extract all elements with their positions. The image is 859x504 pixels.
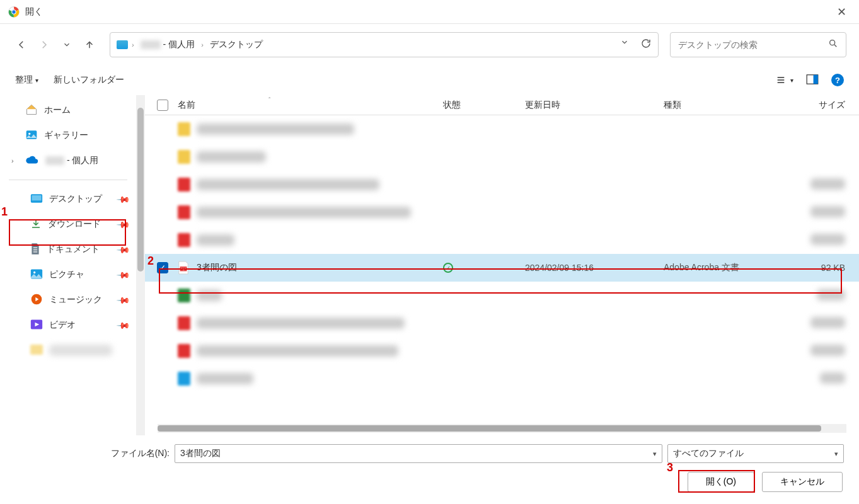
- file-name: 3者間の図: [197, 262, 237, 273]
- list-item[interactable]: [145, 282, 859, 309]
- pin-icon[interactable]: 📌: [116, 292, 130, 307]
- file-size: 92 KB: [783, 263, 853, 273]
- main-area: ホーム ギャラリー › - 個人用 デスクトップ 📌 ダウンロード 📌: [0, 95, 859, 435]
- chevron-down-icon[interactable]: ▾: [834, 450, 838, 458]
- pin-icon[interactable]: 📌: [116, 318, 130, 332]
- list-item[interactable]: [145, 226, 859, 254]
- pin-icon[interactable]: 📌: [116, 242, 130, 256]
- gallery-icon: [25, 129, 38, 143]
- title-bar: 開く ✕: [0, 0, 859, 24]
- list-item[interactable]: [145, 143, 859, 171]
- file-date: 2024/02/09 15:16: [525, 263, 664, 273]
- sidebar-item-gallery[interactable]: ギャラリー: [0, 123, 136, 148]
- open-button[interactable]: 開く(O): [688, 472, 754, 492]
- column-size[interactable]: サイズ: [783, 100, 853, 111]
- up-button[interactable]: [81, 36, 98, 54]
- search-icon[interactable]: [828, 38, 838, 50]
- breadcrumb[interactable]: › - 個人用 › デスクトップ: [110, 32, 659, 57]
- desktop-path-icon: [117, 40, 128, 49]
- file-type: Adobe Acroba 文書: [664, 262, 783, 273]
- help-icon[interactable]: ?: [831, 74, 844, 86]
- sidebar-item-downloads[interactable]: ダウンロード 📌: [0, 212, 136, 237]
- folder-icon: [178, 122, 190, 136]
- list-item[interactable]: [145, 115, 859, 143]
- pdf-icon: [178, 316, 190, 330]
- column-date[interactable]: 更新日時: [525, 100, 664, 111]
- search-input[interactable]: [678, 40, 828, 50]
- annotation-number-3: 3: [667, 461, 673, 474]
- download-icon: [30, 218, 42, 231]
- sidebar-item-videos[interactable]: ビデオ 📌: [0, 312, 136, 338]
- row-checkbox[interactable]: ✓: [157, 262, 168, 273]
- chrome-icon: [8, 6, 20, 18]
- annotation-number-1: 1: [1, 205, 8, 219]
- list-item[interactable]: [145, 309, 859, 337]
- column-type[interactable]: 種類: [664, 100, 783, 111]
- chevron-right-icon[interactable]: ›: [11, 157, 14, 164]
- nav-row: › - 個人用 › デスクトップ: [0, 24, 859, 65]
- breadcrumb-user[interactable]: - 個人用: [138, 38, 197, 52]
- back-button[interactable]: [13, 36, 30, 54]
- svg-point-8: [28, 132, 30, 134]
- cancel-button[interactable]: キャンセル: [762, 472, 843, 492]
- svg-point-4: [830, 40, 835, 45]
- pictures-icon: [30, 268, 43, 282]
- close-icon[interactable]: ✕: [832, 3, 851, 21]
- list-item[interactable]: [145, 171, 859, 198]
- document-icon: [30, 243, 40, 257]
- refresh-icon[interactable]: [640, 38, 652, 51]
- chevron-right-icon: ›: [201, 41, 204, 49]
- filetype-filter[interactable]: すべてのファイル ▾: [667, 444, 844, 463]
- sidebar-item-home[interactable]: ホーム: [0, 98, 136, 123]
- pin-icon[interactable]: 📌: [116, 217, 130, 231]
- window-title: 開く: [25, 6, 43, 18]
- toolbar: 整理 ▾ 新しいフォルダー ▾ ?: [0, 65, 859, 95]
- new-folder-button[interactable]: 新しいフォルダー: [54, 74, 124, 86]
- column-name[interactable]: 名前ˆ: [174, 100, 443, 111]
- svg-text:PDF: PDF: [181, 268, 187, 271]
- list-header: 名前ˆ 状態 更新日時 種類 サイズ: [145, 95, 859, 115]
- file-list: 名前ˆ 状態 更新日時 種類 サイズ: [145, 95, 859, 435]
- chevron-down-icon[interactable]: ▾: [653, 450, 657, 458]
- chevron-right-icon: ›: [132, 41, 134, 49]
- pin-icon[interactable]: 📌: [116, 192, 130, 206]
- pin-icon[interactable]: 📌: [116, 267, 130, 282]
- column-state[interactable]: 状態: [443, 100, 525, 111]
- file-icon: [178, 372, 190, 386]
- video-icon: [30, 319, 43, 332]
- sidebar-item-music[interactable]: ミュージック 📌: [0, 287, 136, 312]
- onedrive-icon: [25, 155, 39, 167]
- view-mode-button[interactable]: ▾: [775, 75, 793, 85]
- svg-point-3: [12, 10, 15, 13]
- horizontal-scrollbar[interactable]: [158, 424, 846, 433]
- list-item[interactable]: [145, 198, 859, 226]
- sidebar: ホーム ギャラリー › - 個人用 デスクトップ 📌 ダウンロード 📌: [0, 95, 145, 435]
- annotation-number-2: 2: [147, 255, 154, 268]
- list-item[interactable]: [145, 337, 859, 365]
- search-box[interactable]: [670, 32, 846, 57]
- footer: ファイル名(N): 3者間の図 ▾ すべてのファイル ▾ 開く(O) キャンセル: [0, 435, 859, 504]
- synced-icon: ✓: [443, 263, 453, 273]
- sidebar-item-onedrive[interactable]: › - 個人用: [0, 148, 136, 173]
- sidebar-item-desktop[interactable]: デスクトップ 📌: [0, 186, 136, 212]
- filename-combo[interactable]: 3者間の図 ▾: [175, 444, 662, 463]
- pdf-icon: [178, 205, 190, 219]
- forward-button[interactable]: [35, 36, 53, 54]
- sidebar-scrollbar[interactable]: [136, 95, 145, 435]
- breadcrumb-dropdown-icon[interactable]: [620, 38, 629, 51]
- select-all-checkbox[interactable]: [157, 100, 168, 111]
- pdf-icon: [178, 233, 190, 247]
- sidebar-item-pictures[interactable]: ピクチャ 📌: [0, 262, 136, 287]
- breadcrumb-current[interactable]: デスクトップ: [207, 38, 265, 52]
- preview-pane-icon[interactable]: [806, 74, 819, 86]
- list-item-selected[interactable]: ✓ PDF 3者間の図 ✓ 2024/02/09 15:16 Adobe Acr…: [145, 254, 859, 282]
- list-item[interactable]: [145, 365, 859, 392]
- sidebar-item-blurred[interactable]: [0, 338, 136, 363]
- organize-menu[interactable]: 整理 ▾: [15, 74, 38, 86]
- recent-dropdown-icon[interactable]: [58, 36, 76, 54]
- xls-icon: [178, 289, 190, 302]
- sidebar-item-documents[interactable]: ドキュメント 📌: [0, 237, 136, 262]
- svg-point-12: [33, 271, 35, 273]
- filename-label: ファイル名(N):: [15, 448, 170, 459]
- svg-rect-6: [814, 74, 818, 83]
